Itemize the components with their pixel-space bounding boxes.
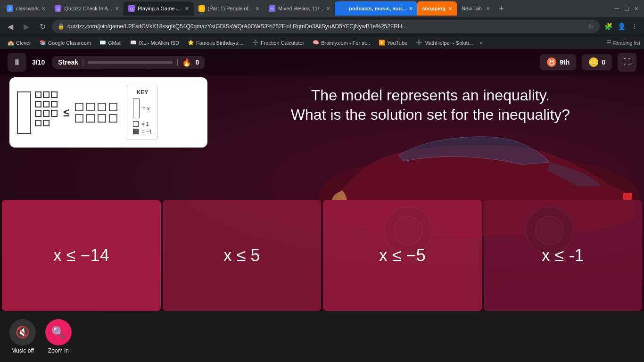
pause-button[interactable]: ⏸	[8, 53, 26, 72]
bookmark-mathhelper[interactable]: ➕ MathHelper - Soluti...	[412, 39, 477, 47]
streak-count: 0	[195, 58, 199, 66]
question-text: The model represents an inequality. What…	[236, 87, 625, 123]
tab-new-tab-label: New Tab	[462, 6, 482, 11]
tab-shopping-label: shopping	[422, 6, 446, 11]
streak-bar	[88, 61, 173, 64]
back-button[interactable]: ◀	[4, 20, 17, 33]
fraction-favicon: ➗	[252, 40, 259, 46]
tab-new-tab-close[interactable]: ×	[486, 5, 490, 12]
small-tile-6	[51, 101, 58, 107]
answer-b-text: x ≤ 5	[223, 246, 260, 265]
tab-part1-close[interactable]: ×	[256, 5, 259, 12]
extensions-icon[interactable]: 🧩	[603, 21, 614, 32]
right-tile-8	[109, 114, 117, 123]
answer-option-d[interactable]: x ≤ -1	[484, 200, 643, 311]
key-1-label: = 1	[141, 121, 149, 127]
small-tile-10	[35, 120, 41, 126]
reading-list-label: Reading list	[613, 40, 640, 46]
ixl-favicon: 📖	[130, 40, 137, 46]
maximize-button[interactable]: □	[625, 5, 628, 12]
tab-playing-game-label: Playing a Game -...	[138, 6, 182, 11]
tab-add-button[interactable]: +	[495, 2, 508, 15]
answer-d-text: x ≤ -1	[542, 246, 584, 265]
bookmark-google-classroom[interactable]: 📚 Google Classroom	[36, 39, 95, 47]
youtube-label: YouTube	[387, 40, 407, 46]
forward-button[interactable]: ▶	[20, 20, 33, 33]
tab-podcasts-label: podcasts, music, aud...	[349, 6, 406, 11]
fullscreen-button[interactable]: ⛶	[618, 53, 636, 72]
tab-new-tab[interactable]: New Tab ×	[457, 1, 495, 16]
bookmark-ixl[interactable]: 📖 IXL - McAllen ISD	[126, 39, 183, 47]
small-tile-7	[35, 110, 41, 117]
close-button[interactable]: ×	[635, 5, 638, 12]
music-off-icon-circle: 🔇	[9, 319, 36, 346]
tab-podcasts-close[interactable]: ×	[409, 5, 413, 12]
mathhelper-favicon: ➕	[416, 40, 422, 46]
google-classroom-favicon: 📚	[40, 40, 46, 46]
rank-badge: ♉ 9th	[540, 54, 576, 70]
music-off-label: Music off	[11, 347, 34, 354]
brainly-label: Brainly.com - For st...	[321, 40, 370, 46]
game-area: ⏸ 3/10 Streak | | 🔥 0 ♉ 9th 🪙 0 ⛶	[0, 49, 644, 313]
question-card: ≤ KEY	[9, 77, 207, 148]
tab-mixed-review[interactable]: M Mixed Review 11/... ×	[264, 1, 335, 16]
music-off-button[interactable]: 🔇 Music off	[9, 319, 36, 354]
key-title: KEY	[133, 89, 152, 96]
tab-part1-people[interactable]: P (Part 1) People of... ×	[194, 1, 264, 16]
bookmark-famous-birthdays[interactable]: ⭐ Famous Birthdays:...	[184, 39, 248, 47]
tab-mixed-review-close[interactable]: ×	[326, 5, 330, 12]
settings-icon[interactable]: ⋮	[629, 21, 640, 32]
tab-shopping[interactable]: shopping ×	[417, 1, 457, 16]
bookmarks-bar: 🏫 Clever 📚 Google Classroom ✉️ GMail 📖 I…	[0, 36, 644, 49]
ixl-label: IXL - McAllen ISD	[139, 40, 179, 46]
bookmark-clever[interactable]: 🏫 Clever	[4, 39, 35, 47]
answer-option-a[interactable]: x ≤ −14	[2, 200, 161, 311]
zoom-in-button[interactable]: 🔍 Zoom In	[45, 319, 72, 354]
answer-option-c[interactable]: x ≤ −5	[323, 200, 482, 311]
right-tile-2	[86, 103, 95, 111]
tab-playing-game-close[interactable]: ×	[185, 5, 189, 12]
tile-x-tall	[17, 91, 31, 134]
tab-podcasts[interactable]: 🎵 podcasts, music, aud... ×	[335, 1, 417, 16]
famous-birthdays-label: Famous Birthdays:...	[196, 40, 244, 46]
streak-container: Streak | | 🔥 0	[52, 56, 205, 69]
url-text: quizizz.com/join/game/U2FsdGVkX18ssgikQ5…	[67, 23, 585, 30]
minimize-button[interactable]: ─	[614, 5, 619, 12]
streak-divider: |	[82, 58, 84, 66]
bookmark-gmail[interactable]: ✉️ GMail	[96, 39, 125, 47]
leq-symbol: ≤	[63, 106, 69, 119]
key-box: KEY = x = 1 = −1	[127, 85, 158, 140]
bookmark-fraction-calculator[interactable]: ➗ Fraction Calculator	[248, 39, 308, 47]
tab-mixed-review-label: Mixed Review 11/...	[278, 6, 323, 11]
answer-option-b[interactable]: x ≤ 5	[163, 200, 322, 311]
bottom-controls: 🔇 Music off 🔍 Zoom In	[0, 311, 644, 362]
answers-grid: x ≤ −14 x ≤ 5 x ≤ −5 x ≤ -1	[0, 200, 644, 313]
game-header: ⏸ 3/10 Streak | | 🔥 0 ♉ 9th 🪙 0 ⛶	[0, 49, 644, 75]
reading-list-button[interactable]: ☰ Reading list	[607, 40, 640, 46]
tab-classwork-close[interactable]: ×	[41, 5, 45, 12]
address-bar: ◀ ▶ ↻ 🔒 quizizz.com/join/game/U2FsdGVkX1…	[0, 17, 644, 36]
tab-classwork[interactable]: c classwork ×	[2, 1, 50, 16]
bookmarks-more-icon[interactable]: »	[480, 40, 483, 46]
bookmark-brainly[interactable]: 🧠 Brainly.com - For st...	[309, 39, 374, 47]
profile-icon[interactable]: 👤	[616, 21, 627, 32]
reload-button[interactable]: ↻	[36, 20, 49, 33]
bookmark-star-icon[interactable]: ☆	[588, 23, 594, 30]
rank-icon: ♉	[546, 57, 557, 67]
right-tile-4	[109, 103, 117, 111]
tab-classwork-label: classwork	[16, 6, 39, 11]
music-off-icon: 🔇	[16, 326, 30, 339]
answer-a-text: x ≤ −14	[53, 246, 109, 265]
right-tile-1	[75, 103, 83, 111]
small-tile-3	[51, 91, 58, 98]
gmail-label: GMail	[108, 40, 122, 46]
tab-quizizz-checkin-close[interactable]: ×	[115, 5, 119, 12]
key-neg1-label: = −1	[141, 129, 152, 134]
small-tile-8	[43, 110, 50, 117]
tab-playing-game[interactable]: Q Playing a Game -... ×	[124, 1, 193, 16]
streak-divider2: |	[176, 58, 178, 66]
tab-quizizz-checkin[interactable]: Q Quizizz Check In A... ×	[50, 1, 124, 16]
url-bar[interactable]: 🔒 quizizz.com/join/game/U2FsdGVkX18ssgik…	[52, 20, 600, 33]
tab-shopping-close[interactable]: ×	[448, 5, 452, 12]
bookmark-youtube[interactable]: ▶️ YouTube	[375, 39, 411, 47]
